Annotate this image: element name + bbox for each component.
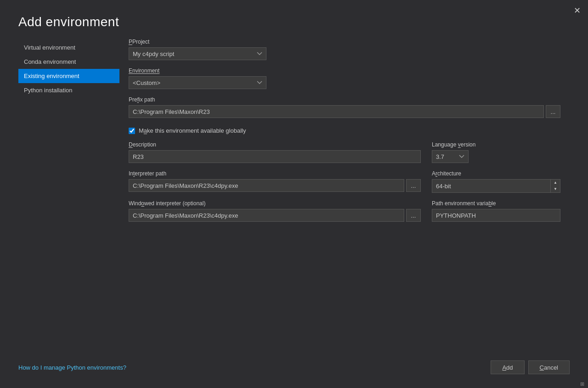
language-version-group: Language version 3.7 3.8 3.9 3.10: [432, 141, 560, 163]
language-version-col: Language version 3.7 3.8 3.9 3.10: [432, 141, 560, 163]
architecture-col: Architecture 64-bit 32-bit ▲ ▼: [432, 170, 560, 193]
prefix-path-input-row: ...: [129, 105, 560, 118]
project-label: PProject: [129, 39, 560, 45]
make-global-label[interactable]: Make this environment available globally: [139, 127, 246, 134]
prefix-path-input[interactable]: [129, 105, 544, 118]
make-global-checkbox[interactable]: [129, 128, 135, 134]
prefix-path-label: Prefix path: [129, 96, 560, 103]
path-env-var-group: Path environment variable: [432, 200, 560, 222]
path-env-var-col: Path environment variable: [432, 200, 560, 222]
windowed-col: Windowed interpreter (optional) ...: [129, 200, 421, 222]
environment-select[interactable]: <Custom>: [129, 76, 266, 89]
interpreter-path-input[interactable]: [129, 179, 404, 192]
architecture-select-row: 64-bit 32-bit ▲ ▼: [432, 179, 560, 193]
interpreter-path-input-row: ...: [129, 179, 421, 192]
architecture-spinner: ▲ ▼: [550, 180, 560, 192]
interpreter-col: Interpreter path ...: [129, 170, 421, 193]
interpreter-path-label: Interpreter path: [129, 170, 421, 177]
sidebar-item-existing-environment[interactable]: Existing environment: [18, 69, 119, 83]
architecture-up-button[interactable]: ▲: [551, 180, 560, 186]
cancel-button[interactable]: Cancel: [528, 360, 570, 374]
language-version-select[interactable]: 3.7 3.8 3.9 3.10: [432, 150, 469, 163]
dialog-footer: How do I manage Python environments? Add…: [0, 351, 588, 388]
sidebar-item-virtual-environment[interactable]: Virtual environment: [18, 40, 119, 55]
architecture-select[interactable]: 64-bit 32-bit: [432, 180, 550, 192]
sidebar: Virtual environment Conda environment Ex…: [18, 39, 119, 351]
make-global-row: Make this environment available globally: [129, 127, 560, 134]
project-group: PProject My c4pdy script: [129, 39, 560, 60]
windowed-pathenv-row: Windowed interpreter (optional) ... Path…: [129, 200, 560, 222]
help-link[interactable]: How do I manage Python environments?: [18, 364, 126, 371]
architecture-down-button[interactable]: ▼: [551, 186, 560, 192]
architecture-group: Architecture 64-bit 32-bit ▲ ▼: [432, 170, 560, 193]
close-button[interactable]: ✕: [574, 6, 581, 15]
windowed-interpreter-input[interactable]: [129, 209, 404, 222]
add-button[interactable]: Add: [491, 360, 524, 374]
prefix-path-browse-button[interactable]: ...: [546, 105, 560, 118]
add-environment-dialog: ✕ Add environment Virtual environment Co…: [0, 0, 588, 388]
windowed-interpreter-input-row: ...: [129, 209, 421, 222]
sidebar-item-conda-environment[interactable]: Conda environment: [18, 55, 119, 69]
description-group: Description: [129, 141, 421, 163]
sidebar-item-python-installation[interactable]: Python installation: [18, 83, 119, 97]
interpreter-path-browse-button[interactable]: ...: [406, 179, 421, 192]
architecture-label: Architecture: [432, 170, 560, 177]
status-icon: ⊞: [580, 381, 584, 387]
dialog-body: Virtual environment Conda environment Ex…: [0, 39, 588, 351]
status-bar: ⊞: [577, 380, 588, 388]
prefix-path-group: Prefix path ...: [129, 96, 560, 118]
path-env-var-input[interactable]: [432, 209, 560, 222]
interpreter-architecture-row: Interpreter path ... Architecture: [129, 170, 560, 193]
environment-label: Environment: [129, 67, 560, 74]
description-col: Description: [129, 141, 421, 163]
dialog-title: Add environment: [0, 0, 588, 39]
main-content: PProject My c4pdy script Environment <Cu…: [119, 39, 570, 351]
description-input[interactable]: [129, 150, 421, 163]
language-version-label: Language version: [432, 141, 560, 148]
language-version-select-row: 3.7 3.8 3.9 3.10: [432, 150, 469, 163]
environment-group: Environment <Custom>: [129, 67, 560, 89]
interpreter-path-group: Interpreter path ...: [129, 170, 421, 192]
description-label: Description: [129, 141, 421, 148]
description-language-row: Description Language version 3.7 3: [129, 141, 560, 163]
windowed-interpreter-browse-button[interactable]: ...: [406, 209, 421, 222]
project-select[interactable]: My c4pdy script: [129, 47, 266, 60]
path-env-var-label: Path environment variable: [432, 200, 560, 207]
windowed-interpreter-label: Windowed interpreter (optional): [129, 200, 421, 207]
windowed-interpreter-group: Windowed interpreter (optional) ...: [129, 200, 421, 222]
footer-buttons: Add Cancel: [491, 360, 570, 374]
